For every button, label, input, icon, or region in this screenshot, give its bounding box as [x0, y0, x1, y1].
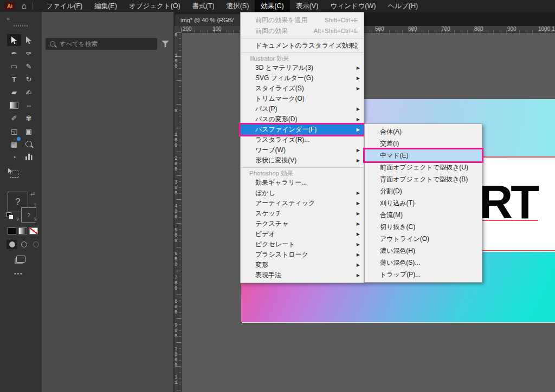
stroke-unknown-label: ? — [27, 212, 30, 218]
submenu-item-trim[interactable]: 刈り込み(T) — [365, 197, 482, 209]
submenu-item-minus-back[interactable]: 背面オブジェクトで型抜き(B) — [365, 173, 482, 185]
menu-edit[interactable]: 編集(E) — [88, 0, 123, 12]
menu-item-artistic[interactable]: アーティスティック▶ — [241, 198, 364, 208]
shaper-tool[interactable]: ✍ — [22, 86, 36, 98]
menu-item-convert-to-shape[interactable]: 形状に変換(V)▶ — [241, 155, 364, 166]
artboard-headline-text: RT — [479, 178, 537, 226]
submenu-item-unite[interactable]: 合体(A) — [365, 126, 482, 138]
direct-selection-cursor-icon — [26, 36, 32, 44]
menu-item-pathfinder[interactable]: パスファインダー(F)▶ — [241, 125, 364, 135]
submenu-arrow-icon: ▶ — [357, 239, 360, 250]
fill-mini-unknown: ? — [16, 217, 19, 222]
submenu-item-outline[interactable]: アウトライン(O) — [365, 233, 482, 245]
width-tool[interactable]: ⇔ — [22, 99, 36, 111]
home-icon[interactable]: ⌂ — [22, 0, 27, 12]
column-graph-tool[interactable] — [22, 151, 36, 163]
menu-item-video[interactable]: ビデオ▶ — [241, 229, 364, 239]
width-icon: ⇔ — [25, 101, 33, 109]
menu-item-path[interactable]: パス(P)▶ — [241, 104, 364, 114]
submenu-arrow-icon: ▶ — [357, 219, 360, 229]
submenu-item-hard-mix[interactable]: 濃い混色(H) — [365, 245, 482, 257]
menu-item-rasterize[interactable]: ラスタライズ(R)... — [241, 135, 364, 145]
eraser-icon: ▰ — [11, 88, 17, 96]
draw-normal-button[interactable] — [7, 240, 17, 249]
gradient-tool[interactable] — [7, 99, 21, 111]
slice-selection-tool[interactable] — [7, 168, 21, 180]
color-button[interactable] — [8, 227, 16, 234]
type-tool[interactable]: T — [7, 73, 21, 85]
toolbar-drag-handle[interactable] — [14, 25, 29, 27]
menu-item-pixelate[interactable]: ピクセレート▶ — [241, 239, 364, 250]
menu-select[interactable]: 選択(S) — [221, 0, 255, 12]
screen-mode-button[interactable] — [16, 256, 25, 263]
submenu-item-trap[interactable]: トラップ(P)... — [365, 269, 482, 280]
vruler-label: 0 — [175, 32, 178, 38]
curvature-icon: ✑ — [26, 49, 32, 57]
draw-behind-button[interactable] — [18, 240, 29, 249]
menu-item-document-raster-settings[interactable]: ドキュメントのラスタライズ効果設定(E)... — [241, 40, 364, 51]
menubar: Ai ⌂ ファイル(F) 編集(E) オブジェクト(O) 書式(T) 選択(S)… — [0, 0, 555, 12]
menu-file[interactable]: ファイル(F) — [40, 0, 88, 12]
menu-item-distort-transform[interactable]: パスの変形(D)▶ — [241, 114, 364, 125]
symbol-sprayer-tool[interactable]: ✾ — [22, 112, 36, 124]
zoom-tool[interactable] — [22, 138, 36, 150]
submenu-item-crop[interactable]: 切り抜き(C) — [365, 221, 482, 233]
menu-help[interactable]: ヘルプ(H) — [382, 0, 424, 12]
type-icon: T — [12, 75, 16, 83]
menu-item-blur[interactable]: ぼかし▶ — [241, 188, 364, 198]
shape-builder-icon: ◱ — [11, 127, 17, 135]
vruler-label: 500 — [175, 227, 178, 244]
direct-selection-tool[interactable] — [22, 34, 36, 46]
menu-item-render[interactable]: 表現手法▶ — [241, 270, 364, 280]
menu-item-trim-marks[interactable]: トリムマーク(O) — [241, 94, 364, 104]
submenu-item-exclude[interactable]: 中マド(E) — [365, 149, 482, 161]
paintbrush-tool[interactable]: ✎ — [22, 60, 36, 72]
default-fill-stroke-icon[interactable] — [7, 212, 13, 219]
rotate-tool[interactable]: ↻ — [22, 73, 36, 85]
submenu-item-soft-mix[interactable]: 薄い混色(S)... — [365, 257, 482, 269]
graph-tool[interactable]: ◔ — [7, 151, 21, 163]
none-button[interactable] — [29, 227, 38, 234]
menu-item-stylize[interactable]: スタイライズ(S)▶ — [241, 83, 364, 94]
eyedropper-tool[interactable]: ✐ — [7, 112, 21, 124]
selection-tool[interactable] — [7, 34, 21, 46]
horizontal-ruler[interactable] — [181, 26, 555, 33]
menu-item-effect-gallery[interactable]: 効果ギャラリー... — [241, 178, 364, 188]
layers-search-input[interactable]: すべてを検索 — [46, 38, 157, 50]
menu-type[interactable]: 書式(T) — [186, 0, 221, 12]
menu-item-distort[interactable]: 変形▶ — [241, 260, 364, 270]
hruler-label: 100 — [212, 26, 222, 32]
menu-item-warp[interactable]: ワープ(W)▶ — [241, 145, 364, 155]
menu-item-3d-materials[interactable]: 3D とマテリアル(3)▶ — [241, 63, 364, 73]
menu-item-brush-strokes[interactable]: ブラシストローク▶ — [241, 250, 364, 260]
menu-effect[interactable]: 効果(C) — [255, 0, 289, 12]
edit-toolbar-button[interactable]: ••• — [14, 271, 23, 277]
submenu-item-divide[interactable]: 分割(D) — [365, 185, 482, 197]
menu-window[interactable]: ウィンドウ(W) — [324, 0, 382, 12]
menu-view[interactable]: 表示(V) — [290, 0, 325, 12]
eraser-tool[interactable]: ▰ — [7, 86, 21, 98]
collapse-toolbar-icon[interactable]: « — [7, 15, 9, 22]
gradient-button[interactable] — [18, 227, 27, 234]
rectangle-tool[interactable]: ▭ — [7, 60, 21, 72]
draw-inside-button[interactable] — [30, 240, 41, 249]
submenu-item-merge[interactable]: 合流(M) — [365, 209, 482, 221]
menu-separator — [241, 38, 363, 38]
document-tab[interactable]: img* @ 40 % (RGB/ — [175, 14, 248, 26]
menu-item-sketch[interactable]: スケッチ▶ — [241, 208, 364, 219]
menu-item-svg-filters[interactable]: SVG フィルター(G)▶ — [241, 73, 364, 83]
perspective-grid-tool[interactable]: ▦ — [7, 138, 21, 150]
swap-fill-stroke-icon[interactable]: ⇄ — [30, 191, 35, 197]
submenu-item-minus-front[interactable]: 前面オブジェクトで型抜き(U) — [365, 161, 482, 173]
submenu-item-intersect[interactable]: 交差(I) — [365, 138, 482, 149]
curvature-tool[interactable]: ✑ — [22, 47, 36, 59]
pen-tool[interactable]: ✒ — [7, 47, 21, 59]
artboard-tool[interactable]: ▣ — [22, 125, 36, 137]
menu-item-texture[interactable]: テクスチャ▶ — [241, 219, 364, 229]
menu-object[interactable]: オブジェクト(O) — [123, 0, 186, 12]
menu-separator — [241, 167, 363, 168]
vruler-label: 900 — [175, 323, 178, 339]
vruler-label: 300 — [175, 180, 178, 196]
shape-builder-tool[interactable]: ◱ — [7, 125, 21, 137]
app-logo-icon[interactable]: Ai — [4, 2, 15, 10]
